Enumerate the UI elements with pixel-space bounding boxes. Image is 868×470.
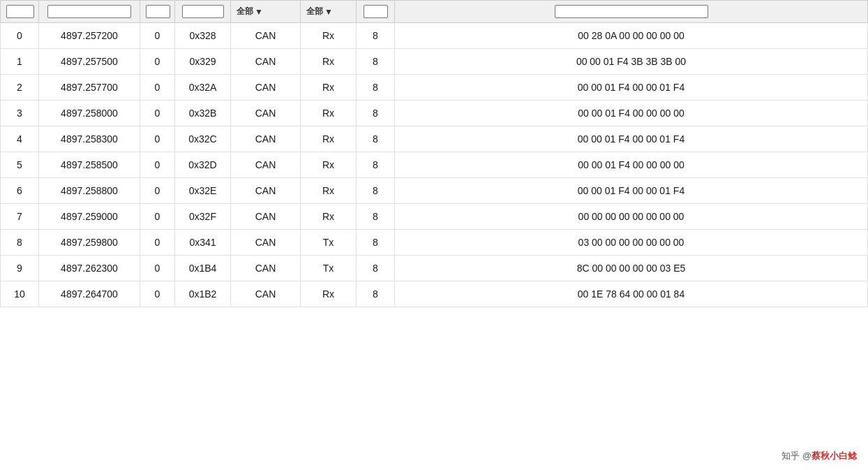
cell-time: 4897.258500 (39, 152, 140, 178)
cell-time: 4897.264700 (39, 281, 140, 307)
cell-dlc: 8 (357, 152, 395, 178)
cell-index: 3 (1, 101, 39, 126)
cell-index: 2 (1, 75, 39, 101)
cell-time: 4897.262300 (39, 256, 140, 281)
cell-id: 0x1B2 (175, 281, 231, 307)
cell-dlc: 8 (357, 204, 395, 230)
cell-id: 0x329 (175, 49, 231, 75)
filter-dir[interactable]: 全部 ▼ (301, 1, 357, 23)
cell-dlc: 8 (357, 178, 395, 204)
filter-data-input[interactable] (555, 5, 708, 18)
cell-index: 4 (1, 126, 39, 152)
cell-time: 4897.257500 (39, 49, 140, 75)
cell-dlc: 8 (357, 256, 395, 281)
can-data-table: 全部 ▼ 全部 ▼ 04897.25720000x (0, 0, 868, 307)
cell-type: CAN (231, 178, 301, 204)
cell-dir: Rx (301, 204, 357, 230)
cell-id: 0x341 (175, 230, 231, 256)
table-row[interactable]: 104897.26470000x1B2CANRx800 1E 78 64 00 … (1, 281, 868, 307)
cell-dir: Rx (301, 75, 357, 101)
cell-index: 7 (1, 204, 39, 230)
cell-id: 0x32F (175, 204, 231, 230)
cell-id: 0x1B4 (175, 256, 231, 281)
cell-id: 0x32A (175, 75, 231, 101)
table-row[interactable]: 44897.25830000x32CCANRx800 00 01 F4 00 0… (1, 126, 868, 152)
cell-data: 8C 00 00 00 00 00 03 E5 (395, 256, 868, 281)
table-row[interactable]: 24897.25770000x32ACANRx800 00 01 F4 00 0… (1, 75, 868, 101)
filter-dir-arrow[interactable]: ▼ (324, 7, 333, 17)
filter-type[interactable]: 全部 ▼ (231, 1, 301, 23)
table-row[interactable]: 34897.25800000x32BCANRx800 00 01 F4 00 0… (1, 101, 868, 126)
cell-time: 4897.257700 (39, 75, 140, 101)
cell-id: 0x32C (175, 126, 231, 152)
cell-data: 00 00 01 F4 00 00 00 00 (395, 101, 868, 126)
filter-time (39, 1, 140, 23)
main-table-wrapper: 全部 ▼ 全部 ▼ 04897.25720000x (0, 0, 868, 470)
table-row[interactable]: 74897.25900000x32FCANRx800 00 00 00 00 0… (1, 204, 868, 230)
cell-index: 10 (1, 281, 39, 307)
table-row[interactable]: 94897.26230000x1B4CANTx88C 00 00 00 00 0… (1, 256, 868, 281)
cell-time: 4897.258000 (39, 101, 140, 126)
filter-id-input[interactable] (182, 5, 224, 18)
cell-type: CAN (231, 23, 301, 49)
filter-data (395, 1, 868, 23)
cell-dir: Rx (301, 178, 357, 204)
cell-data: 00 00 00 00 00 00 00 00 (395, 204, 868, 230)
filter-ch (140, 1, 175, 23)
filter-row: 全部 ▼ 全部 ▼ (1, 1, 868, 23)
cell-dir: Rx (301, 152, 357, 178)
cell-id: 0x32E (175, 178, 231, 204)
filter-dlc-input[interactable] (364, 5, 388, 18)
cell-dlc: 8 (357, 230, 395, 256)
table-row[interactable]: 04897.25720000x328CANRx800 28 0A 00 00 0… (1, 23, 868, 49)
cell-index: 9 (1, 256, 39, 281)
cell-ch: 0 (140, 101, 175, 126)
cell-type: CAN (231, 230, 301, 256)
cell-type: CAN (231, 101, 301, 126)
cell-data: 00 28 0A 00 00 00 00 00 (395, 23, 868, 49)
cell-ch: 0 (140, 204, 175, 230)
table-row[interactable]: 54897.25850000x32DCANRx800 00 01 F4 00 0… (1, 152, 868, 178)
cell-data: 03 00 00 00 00 00 00 00 (395, 230, 868, 256)
cell-dlc: 8 (357, 23, 395, 49)
filter-type-arrow[interactable]: ▼ (255, 7, 263, 17)
cell-dir: Rx (301, 101, 357, 126)
filter-index-input[interactable] (6, 5, 34, 18)
cell-ch: 0 (140, 256, 175, 281)
cell-time: 4897.259800 (39, 230, 140, 256)
filter-index (1, 1, 39, 23)
cell-data: 00 00 01 F4 00 00 01 F4 (395, 178, 868, 204)
filter-ch-input[interactable] (146, 5, 170, 18)
cell-type: CAN (231, 204, 301, 230)
table-row[interactable]: 14897.25750000x329CANRx800 00 01 F4 3B 3… (1, 49, 868, 75)
cell-dir: Rx (301, 281, 357, 307)
filter-dlc (357, 1, 395, 23)
cell-dlc: 8 (357, 49, 395, 75)
table-row[interactable]: 84897.25980000x341CANTx803 00 00 00 00 0… (1, 230, 868, 256)
watermark-author: 蔡秋小白鲶 (811, 450, 857, 461)
cell-id: 0x328 (175, 23, 231, 49)
cell-index: 5 (1, 152, 39, 178)
filter-dir-label: 全部 (306, 6, 323, 17)
cell-dir: Tx (301, 256, 357, 281)
cell-time: 4897.258800 (39, 178, 140, 204)
cell-time: 4897.258300 (39, 126, 140, 152)
cell-id: 0x32B (175, 101, 231, 126)
cell-ch: 0 (140, 230, 175, 256)
cell-dir: Rx (301, 23, 357, 49)
cell-ch: 0 (140, 49, 175, 75)
cell-ch: 0 (140, 152, 175, 178)
cell-type: CAN (231, 281, 301, 307)
table-row[interactable]: 64897.25880000x32ECANRx800 00 01 F4 00 0… (1, 178, 868, 204)
cell-data: 00 00 01 F4 00 00 01 F4 (395, 75, 868, 101)
cell-dlc: 8 (357, 101, 395, 126)
cell-dlc: 8 (357, 281, 395, 307)
cell-dir: Rx (301, 126, 357, 152)
cell-ch: 0 (140, 126, 175, 152)
cell-time: 4897.259000 (39, 204, 140, 230)
cell-type: CAN (231, 152, 301, 178)
cell-data: 00 00 01 F4 3B 3B 3B 00 (395, 49, 868, 75)
cell-dir: Tx (301, 230, 357, 256)
filter-time-input[interactable] (47, 5, 131, 18)
cell-ch: 0 (140, 178, 175, 204)
